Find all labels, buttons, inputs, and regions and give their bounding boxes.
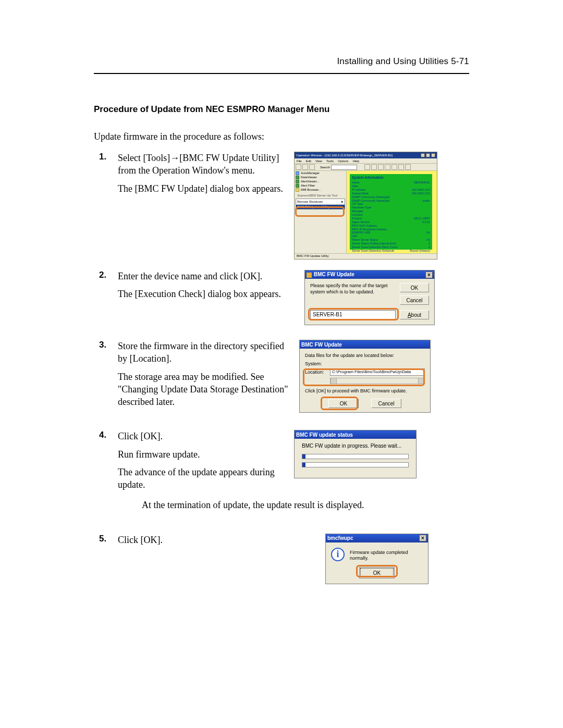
screenshot-bmc-fw-update-input: BMC FW Update × Please specify the name … [304, 270, 435, 325]
tree-item: DataViewer [295, 175, 346, 179]
toolbar-icon [405, 164, 411, 170]
folder-icon [296, 171, 299, 175]
opwin-tree: AutoManager DataViewer AlertViewer... Al… [295, 171, 347, 253]
maximize-icon [426, 153, 430, 157]
progress-bar-2 [302, 462, 409, 467]
tools-dropdown: Remote Shutdown▸ BMC FW Update Utility [296, 199, 345, 209]
step-2-text-2: The [Execution Check] dialog box appears… [118, 288, 295, 300]
dialog-title: BMC FW Update [314, 272, 354, 277]
toolbar-icon [385, 164, 390, 170]
msgbox-text: Firmware update completed normally. [350, 548, 423, 562]
close-icon: × [419, 535, 426, 541]
dialog-label: Data files for the update are located be… [305, 353, 425, 358]
tree-item: Alert Filter [295, 183, 346, 188]
step-3-text-1: Store the firmware in the directory spec… [118, 340, 290, 365]
dialog-title: BMC FW update status [296, 432, 353, 438]
step-4-text-1: Click [OK]. [118, 430, 285, 442]
step-1: Select [Tools]→[BMC FW Update Utility] f… [94, 152, 469, 260]
server-icon [296, 176, 299, 179]
opwin-info-panel: System Information NameSERVER-B1 Alias I… [347, 171, 437, 253]
app-icon [307, 273, 312, 278]
progress-bar-1 [302, 454, 409, 459]
step-2: Enter the device name and click [OK]. Th… [94, 270, 469, 325]
tree-item: AlertViewer... [295, 179, 346, 183]
dialog-title: BMC FW Update [301, 342, 342, 348]
chevron-right-icon: ▸ [341, 200, 344, 204]
screenshot-bmc-fw-update-location: BMC FW Update Data files for the update … [299, 340, 431, 413]
running-header: Installing and Using Utilities 5-71 [94, 56, 469, 67]
toolbar-search-input [331, 165, 357, 170]
tree-item: MIB Browser... [295, 188, 346, 192]
tree-group: Express5800 Server Up Tool [295, 193, 346, 198]
step-4-text-4: At the termination of update, the update… [118, 500, 469, 511]
info-icon: i [331, 548, 345, 561]
step-3-text-2: The storage area may be modified. See "C… [118, 371, 290, 409]
step-2-text-1: Enter the device name and click [OK]. [118, 270, 295, 282]
opwin-menubar: File Edit View Tools Options Help [295, 158, 437, 164]
step-4-text-2: Run firmware update. [118, 448, 285, 461]
horizontal-scrollbar[interactable] [330, 378, 425, 384]
ok-button[interactable]: OK [400, 283, 429, 292]
location-label: Location: [305, 369, 330, 375]
step-1-text-1: Select [Tools]→[BMC FW Update Utility] f… [118, 152, 285, 177]
close-icon [431, 153, 435, 157]
toolbar-icon [371, 164, 377, 170]
dropdown-item-bmc-fw-update: BMC FW Update Utility [296, 205, 345, 209]
cancel-button[interactable]: Cancel [371, 399, 401, 408]
system-label: System: [305, 361, 330, 366]
close-icon: × [425, 272, 433, 278]
ok-button[interactable]: OK [328, 399, 359, 408]
server-icon [296, 180, 299, 183]
toolbar-icon [302, 164, 308, 170]
about-button[interactable]: About [400, 310, 429, 319]
toolbar-icon [296, 164, 301, 170]
opwin-titlebar: Operation Window - [192.168.0.213/SERVER… [295, 152, 437, 158]
scroll-right-icon[interactable] [418, 378, 424, 384]
step-1-text-2: The [BMC FW Update] dialog box appears. [118, 182, 285, 195]
dialog-title: bmcfwupc [327, 535, 353, 541]
device-name-input[interactable]: SERVER-B1 [310, 310, 396, 319]
dialog-message: Please specify the name of the target sy… [310, 283, 396, 305]
screenshot-bmcfwupc-msgbox: bmcfwupc × i Firmware update completed n… [325, 534, 429, 584]
opwin-toolbar: Search [295, 164, 437, 171]
cancel-button[interactable]: Cancel [400, 295, 429, 305]
screenshot-operation-window: Operation Window - [192.168.0.213/SERVER… [294, 152, 437, 260]
server-icon [296, 184, 299, 188]
location-value: C:\Program Files\BmcTool\BmcFwUp\Data [330, 368, 425, 376]
step-4: Click [OK]. Run firmware update. The adv… [94, 430, 469, 510]
section-title: Procedure of Update from NEC ESMPRO Mana… [94, 104, 469, 115]
step-5: Click [OK]. bmcfwupc × i Firmware update… [94, 534, 469, 584]
info-header: System Information [352, 176, 430, 180]
toolbar-search-label: Search [320, 166, 330, 169]
step-5-text-1: Click [OK]. [118, 534, 316, 546]
screenshot-bmc-fw-update-status: BMC FW update status BMC FW update in pr… [294, 430, 417, 478]
toolbar-icon [391, 164, 397, 170]
intro-paragraph: Update firmware in the procedure as foll… [94, 131, 469, 142]
scroll-left-icon[interactable] [331, 378, 337, 384]
header-rule [94, 73, 469, 74]
tree-item: AutoManager [295, 171, 346, 175]
minimize-icon [421, 153, 425, 157]
toolbar-icon [364, 164, 370, 170]
step-3: Store the firmware in the directory spec… [94, 340, 469, 413]
ok-button[interactable]: OK [360, 568, 394, 577]
toolbar-icon [378, 164, 384, 170]
toolbar-icon [309, 164, 315, 170]
status-message: BMC FW update in progress. Please wait..… [302, 443, 409, 449]
dialog-note: Click [OK] to proceed with BMC firmware … [305, 388, 425, 393]
toolbar-icon [398, 164, 404, 170]
opwin-statusbar: BMC FW Update Utility [295, 253, 437, 259]
server-icon [296, 188, 299, 192]
step-4-text-3: The advance of the update appears during… [118, 466, 285, 491]
